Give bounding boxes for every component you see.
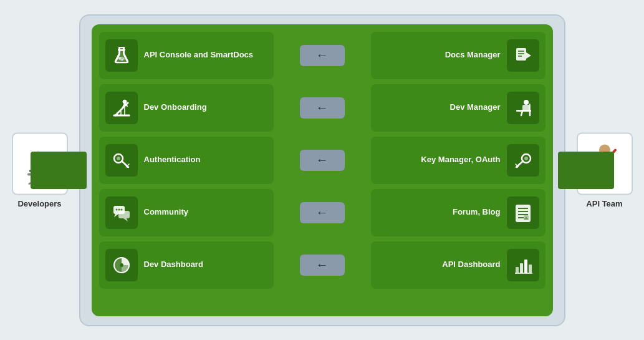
svg-point-44 [115, 208, 117, 210]
right-panel: Docs Manager [371, 32, 545, 309]
docs-manager-label: Docs Manager [445, 50, 501, 61]
svg-rect-21 [594, 165, 596, 167]
apiteam-svg [583, 138, 627, 188]
community-icon-box [105, 197, 138, 229]
svg-rect-2 [47, 175, 49, 185]
forum-icon [512, 202, 534, 223]
docs-icon [512, 45, 534, 66]
svg-rect-3 [28, 180, 36, 185]
arrow-5 [297, 241, 347, 289]
svg-marker-43 [123, 218, 128, 221]
dev-manager-label: Dev Manager [450, 102, 501, 113]
svg-line-16 [595, 157, 600, 166]
svg-rect-1 [31, 175, 33, 185]
svg-rect-5 [49, 160, 51, 174]
api-console-label: API Console and SmartDocs [144, 50, 254, 61]
api-dashboard-icon-box [507, 249, 539, 281]
svg-line-17 [610, 150, 615, 156]
svg-rect-20 [592, 166, 598, 171]
svg-rect-0 [27, 173, 52, 175]
community-item: Community [99, 189, 274, 236]
svg-point-35 [117, 157, 120, 160]
svg-point-45 [118, 208, 120, 210]
svg-rect-73 [516, 267, 519, 273]
key-manager-label: Key Manager, OAuth [421, 155, 500, 165]
svg-point-8 [32, 151, 44, 163]
svg-rect-10 [29, 170, 46, 172]
forum-blog-label: Forum, Blog [453, 207, 501, 218]
authentication-item: Authentication [99, 137, 274, 184]
svg-rect-59 [529, 104, 531, 111]
apiteam-icon-box [577, 132, 633, 195]
dev-onboarding-item: Dev Onboarding [99, 84, 274, 132]
svg-point-7 [32, 165, 47, 175]
svg-rect-12 [31, 167, 44, 171]
svg-point-54 [524, 100, 529, 105]
svg-rect-42 [118, 211, 130, 218]
arrow-1 [297, 32, 347, 79]
svg-line-19 [607, 167, 609, 179]
svg-rect-4 [43, 183, 50, 187]
devmanager-icon [512, 97, 534, 119]
keymanager-icon [512, 150, 534, 171]
authentication-label: Authentication [144, 155, 201, 165]
arrow-connector-2 [300, 97, 345, 119]
arrow-3 [297, 137, 347, 184]
arrow-2 [297, 84, 347, 132]
arrow-4 [297, 189, 347, 236]
svg-rect-74 [520, 263, 523, 273]
dev-manager-icon-box [507, 92, 539, 124]
api-console-icon-box [105, 39, 138, 72]
escalator-icon [111, 97, 132, 119]
dev-onboarding-icon-box [105, 92, 138, 124]
forum-blog-icon-box [507, 197, 539, 229]
arrow-connector-5 [300, 255, 345, 276]
forum-blog-item: Forum, Blog [371, 189, 545, 236]
developers-person: Developers [12, 132, 68, 208]
svg-marker-41 [114, 214, 118, 217]
svg-point-48 [120, 263, 123, 267]
svg-line-13 [33, 168, 39, 170]
svg-line-18 [600, 167, 603, 179]
piechart-icon [111, 255, 132, 276]
dev-manager-item: Dev Manager [371, 84, 545, 132]
key-icon [111, 150, 132, 171]
arrow-connector-4 [300, 202, 345, 223]
docs-manager-item: Docs Manager [371, 32, 545, 79]
svg-point-46 [120, 208, 122, 210]
svg-point-26 [121, 59, 123, 61]
middle-column [274, 32, 371, 309]
developers-icon-box [12, 132, 68, 195]
dev-onboarding-label: Dev Onboarding [144, 102, 207, 113]
key-manager-item: Key Manager, OAuth [371, 137, 545, 184]
svg-rect-49 [516, 48, 526, 61]
svg-line-56 [521, 111, 522, 115]
api-console-item: API Console and SmartDocs [99, 32, 274, 79]
dev-dashboard-icon-box [105, 249, 138, 281]
arrow-connector-1 [300, 45, 345, 66]
dev-dashboard-item: Dev Dashboard [99, 241, 274, 289]
docs-manager-icon-box [507, 39, 539, 72]
left-panel: API Console and SmartDocs [99, 32, 274, 309]
svg-rect-76 [529, 265, 532, 273]
svg-rect-11 [31, 167, 44, 172]
svg-rect-75 [524, 260, 527, 273]
arrow-connector-3 [300, 150, 345, 171]
api-dashboard-label: API Dashboard [442, 260, 500, 270]
key-manager-icon-box [507, 144, 539, 177]
svg-rect-15 [600, 155, 610, 167]
diagram-container: Developers [17, 8, 628, 333]
apiteam-person: API Team [577, 132, 633, 208]
svg-point-25 [118, 57, 121, 59]
flask-icon [111, 45, 132, 66]
svg-rect-6 [49, 160, 51, 173]
developer-svg [18, 138, 62, 188]
svg-point-61 [524, 157, 528, 160]
svg-rect-9 [33, 162, 46, 173]
dev-dashboard-label: Dev Dashboard [144, 260, 203, 270]
developers-label: Developers [17, 198, 61, 208]
svg-line-65 [516, 164, 517, 166]
outer-box: Developers [79, 14, 565, 326]
api-dashboard-item: API Dashboard [371, 241, 545, 289]
barchart-icon [512, 255, 534, 276]
